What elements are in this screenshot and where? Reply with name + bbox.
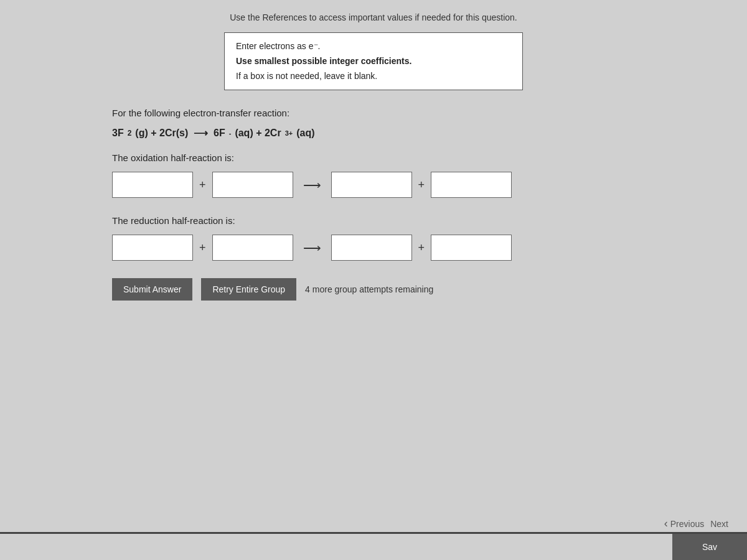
- reduction-plus1: +: [199, 241, 206, 254]
- buttons-row: Submit Answer Retry Entire Group 4 more …: [112, 278, 635, 301]
- reduction-half-reaction-row: + ⟶ +: [112, 235, 635, 261]
- reference-note: Use the References to access important v…: [112, 12, 635, 22]
- oxidation-label: The oxidation half-reaction is:: [112, 152, 635, 163]
- instruction-line2: Use smallest possible integer coefficien…: [236, 54, 511, 69]
- oxidation-arrow: ⟶: [303, 177, 321, 192]
- oxidation-input-left1[interactable]: [112, 172, 193, 198]
- oxidation-input-right2[interactable]: [431, 172, 512, 198]
- bottom-navigation: Previous Next: [664, 517, 728, 530]
- oxidation-plus1: +: [199, 179, 206, 192]
- submit-answer-button[interactable]: Submit Answer: [112, 278, 192, 301]
- reduction-input-left1[interactable]: [112, 235, 193, 261]
- oxidation-input-right1[interactable]: [331, 172, 412, 198]
- oxidation-half-reaction-row: + ⟶ +: [112, 172, 635, 198]
- reaction-equation: 3F2(g) + 2Cr(s) ⟶ 6F-(aq) + 2Cr3+(aq): [112, 127, 635, 139]
- reduction-input-right2[interactable]: [431, 235, 512, 261]
- reduction-input-left2[interactable]: [212, 235, 293, 261]
- previous-button[interactable]: Previous: [664, 517, 704, 530]
- reduction-arrow: ⟶: [303, 240, 321, 255]
- instruction-line1: Enter electrons as e⁻.: [236, 39, 511, 54]
- reduction-input-right1[interactable]: [331, 235, 412, 261]
- attempts-remaining-text: 4 more group attempts remaining: [305, 284, 433, 294]
- retry-entire-group-button[interactable]: Retry Entire Group: [201, 278, 296, 301]
- reduction-plus2: +: [418, 241, 425, 254]
- save-label: Sav: [702, 542, 717, 552]
- save-bar[interactable]: Sav: [672, 534, 747, 560]
- instruction-line3: If a box is not needed, leave it blank.: [236, 69, 511, 84]
- oxidation-input-left2[interactable]: [212, 172, 293, 198]
- next-button[interactable]: Next: [710, 519, 728, 529]
- question-intro: For the following electron-transfer reac…: [112, 108, 635, 118]
- oxidation-plus2: +: [418, 179, 425, 192]
- reduction-label: The reduction half-reaction is:: [112, 215, 635, 226]
- instructions-box: Enter electrons as e⁻. Use smallest poss…: [224, 32, 523, 90]
- bottom-border: [0, 532, 747, 534]
